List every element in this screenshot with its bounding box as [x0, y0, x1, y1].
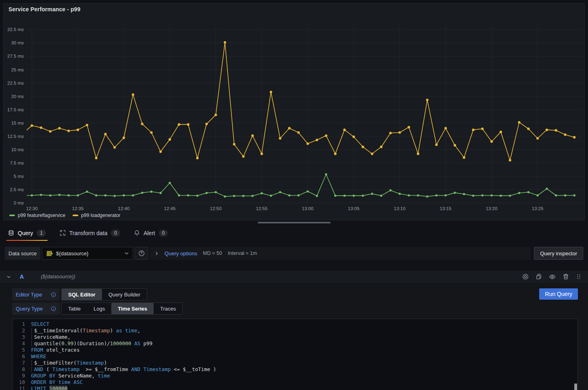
svg-text:13:15: 13:15 [440, 206, 452, 211]
drag-handle-icon[interactable] [576, 274, 582, 279]
svg-text:30 ms: 30 ms [11, 40, 24, 45]
query-inspector-button[interactable]: Query inspector [534, 247, 583, 260]
trash-icon[interactable] [563, 273, 569, 280]
code-text: LIMIT 100000 [31, 386, 67, 390]
timeseries-panel: Service Performance - p99 0 ms2.5 ms5 ms… [3, 3, 585, 220]
query-type-table-button[interactable]: Table [62, 303, 87, 314]
svg-text:10 ms: 10 ms [11, 147, 24, 152]
svg-text:12.5 ms: 12.5 ms [7, 134, 24, 139]
svg-text:22.5 ms: 22.5 ms [7, 81, 24, 86]
code-text: $__timeFilter(Timestamp) [31, 360, 107, 366]
legend-swatch [73, 215, 78, 216]
code-line: 11LIMIT 100000 [13, 386, 578, 390]
svg-text:15 ms: 15 ms [11, 121, 24, 125]
query-type-traces-button[interactable]: Traces [154, 303, 182, 314]
query-ref-id: A [20, 273, 24, 280]
collapse-chevron-icon[interactable] [6, 275, 11, 279]
line-number: 9 [13, 373, 31, 379]
svg-text:27.5 ms: 27.5 ms [7, 54, 24, 58]
query-options-bar[interactable]: Query options MD = 50 Interval = 1m [150, 247, 531, 260]
code-text: $__timeInterval(Timestamp) as time, [31, 327, 140, 334]
legend-item[interactable]: p99 loadgenerator [73, 213, 120, 218]
editor-scrollbar-thumb[interactable] [574, 384, 577, 390]
code-line: 1SELECT [13, 321, 578, 327]
code-line: 2 $__timeInterval(Timestamp) as time, [13, 327, 578, 334]
code-line: 9GROUP BY ServiceName, time [13, 373, 578, 379]
query-toolbar: Data source ${datasource} Query options … [5, 247, 583, 260]
code-line: 7 $__timeFilter(Timestamp) [13, 360, 578, 366]
line-number: 1 [13, 321, 31, 327]
info-icon[interactable] [51, 292, 56, 297]
tab-count-badge: 0 [159, 229, 168, 237]
run-query-button[interactable]: Run Query [539, 288, 578, 300]
indent-guide [31, 360, 32, 366]
tab-count-badge: 1 [37, 229, 46, 237]
code-text: ServiceName, [31, 334, 71, 340]
query-type-logs-button[interactable]: Logs [87, 303, 111, 314]
svg-text:12:30: 12:30 [26, 206, 38, 211]
code-line: 8 AND ( Timestamp >= $__fromTime AND Tim… [13, 366, 578, 373]
code-line: 10ORDER BY time ASC [13, 379, 578, 386]
tab-transform-data[interactable]: Transform data 0 [58, 227, 122, 241]
query-body: Editor Type SQL Editor Query Builder Run… [0, 283, 588, 390]
line-number: 10 [13, 379, 31, 386]
panel-title: Service Performance - p99 [8, 6, 80, 13]
legend-item[interactable]: p99 featureflagservice [9, 213, 65, 218]
record-icon[interactable] [522, 273, 529, 280]
timeseries-chart: 0 ms2.5 ms5 ms7.5 ms10 ms12.5 ms15 ms17.… [4, 15, 584, 212]
query-options-link[interactable]: Query options [165, 250, 197, 257]
sql-editor-button[interactable]: SQL Editor [62, 289, 102, 300]
tab-query[interactable]: Query 1 [6, 227, 48, 241]
legend-swatch [9, 215, 15, 216]
query-datasource-hint: (${datasource}) [41, 274, 75, 279]
legend-label[interactable]: p99 loadgenerator [81, 213, 120, 218]
query-builder-button[interactable]: Query Builder [102, 289, 147, 300]
svg-text:0 ms: 0 ms [14, 200, 24, 205]
indent-guide [31, 334, 32, 340]
code-text: AND ( Timestamp >= $__fromTime AND Times… [31, 366, 216, 373]
svg-text:25 ms: 25 ms [11, 67, 24, 72]
svg-text:12:50: 12:50 [210, 206, 222, 211]
datasource-picker[interactable]: ${datasource} [42, 247, 133, 260]
query-type-label: Query Type [12, 302, 60, 315]
eye-icon[interactable] [549, 273, 556, 280]
info-icon[interactable] [51, 306, 56, 311]
datasource-help-button[interactable] [135, 247, 148, 260]
indent-guide [31, 367, 32, 372]
svg-text:2.5 ms: 2.5 ms [10, 187, 24, 192]
tab-label: Query [18, 230, 33, 236]
editor-type-group: SQL Editor Query Builder [61, 288, 147, 300]
tab-alert[interactable]: Alert 0 [132, 227, 169, 241]
svg-text:32.5 ms: 32.5 ms [7, 27, 24, 32]
panel-header[interactable]: Service Performance - p99 [4, 4, 584, 15]
copy-icon[interactable] [536, 273, 542, 280]
query-type-time-series-button[interactable]: Time Series [111, 303, 154, 314]
max-data-points-value: MD = 50 [203, 250, 222, 256]
code-line: 5FROM otel_traces [13, 347, 578, 353]
code-line: 6WHERE [13, 353, 578, 360]
indent-guide [31, 328, 32, 334]
line-number: 6 [13, 353, 31, 360]
code-text: GROUP BY ServiceName, time [31, 373, 110, 379]
query-type-label-text: Query Type [16, 306, 43, 312]
svg-text:12:55: 12:55 [256, 206, 268, 211]
legend-label[interactable]: p99 featureflagservice [18, 213, 65, 218]
line-number: 11 [13, 386, 31, 390]
svg-text:5 ms: 5 ms [14, 174, 24, 179]
question-circle-icon [138, 250, 145, 257]
panel-scroll-handle[interactable] [258, 222, 331, 223]
line-number: 8 [13, 366, 31, 373]
line-number: 7 [13, 360, 31, 366]
line-number: 4 [13, 340, 31, 347]
query-type-group: Table Logs Time Series Traces [61, 302, 183, 315]
code-text: SELECT [31, 321, 49, 327]
line-number: 5 [13, 347, 31, 353]
datasource-value: ${datasource} [56, 250, 121, 257]
query-row-actions [522, 273, 582, 280]
query-type-row: Query Type Table Logs Time Series Traces [12, 302, 578, 315]
svg-text:13:10: 13:10 [394, 206, 406, 211]
code-lines: 1SELECT2 $__timeInterval(Timestamp) as t… [13, 321, 578, 390]
sql-editor[interactable]: 1SELECT2 $__timeInterval(Timestamp) as t… [12, 319, 578, 390]
query-row-header[interactable]: A (${datasource}) [0, 271, 588, 283]
code-text: WHERE [31, 353, 46, 360]
